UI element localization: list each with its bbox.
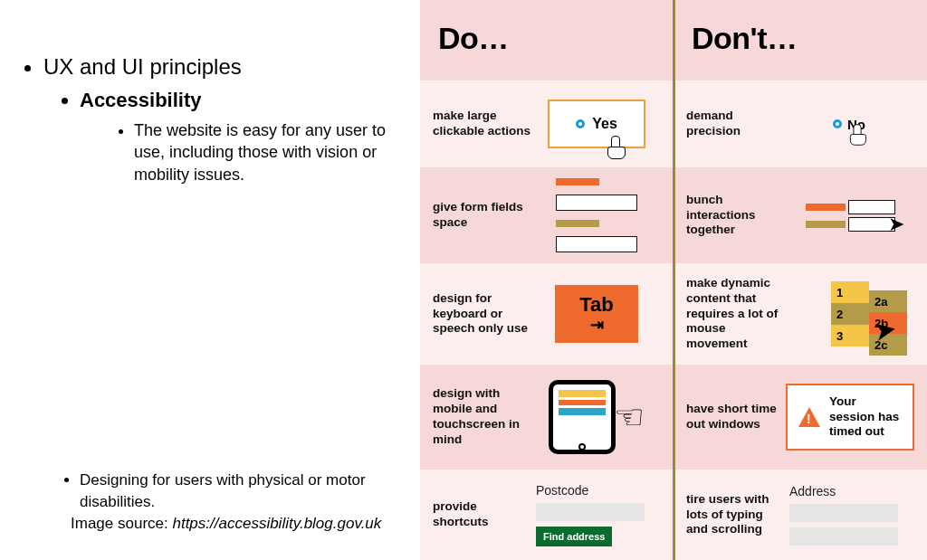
text-input-icon [789, 527, 898, 546]
do-label-3: design for keyboard or speech only use [433, 291, 532, 337]
do-title: Do… [438, 21, 509, 56]
timeout-alert: Your session has timed out [786, 384, 914, 451]
dont-label-4: have short time out windows [686, 402, 786, 432]
caption-text: Designing for users with physical or mot… [80, 470, 411, 513]
radio-icon [833, 119, 842, 128]
do-label-5: provide shortcuts [433, 499, 532, 530]
menu-item: 1 [831, 281, 869, 303]
menu-item: 2 [831, 303, 869, 325]
dont-label-1: demand precision [686, 109, 786, 139]
cursor-arrow-icon: ➤ [888, 213, 904, 236]
caption-block: Designing for users with physical or mot… [27, 470, 411, 542]
do-label-2: give form fields space [433, 200, 532, 231]
input-box-icon [556, 236, 637, 252]
header-dont: Don't… [674, 0, 927, 81]
postcode-label: Postcode [536, 483, 645, 498]
pointing-hand-icon: ☞ [614, 397, 645, 437]
header-do: Do… [420, 0, 674, 81]
image-source: Image source: https://accessibility.blog… [71, 515, 411, 533]
postcode-shortcut-example: Postcode Find address [536, 483, 645, 546]
dont-label-2: bunch interactions together [686, 193, 786, 239]
nested-menu-example: 1 2 3 2a 2b 2c ➤ [831, 281, 869, 346]
cursor-hand-icon [848, 124, 866, 145]
cursor-hand-icon [606, 136, 626, 159]
heading-lvl2: Accessibility [80, 89, 411, 112]
column-divider [673, 0, 675, 560]
body-lvl3: The website is easy for any user to use,… [134, 119, 411, 185]
tablet-icon [549, 380, 616, 454]
do-label-4: design with mobile and touchscreen in mi… [433, 386, 532, 448]
poster: Do… Don't… make large clickable actions … [420, 0, 927, 560]
large-button-example: Yes [548, 100, 645, 148]
small-radio-example: No [833, 101, 867, 147]
field-label-icon [806, 221, 846, 228]
warning-icon [798, 407, 820, 427]
tab-key-icon: Tab ⇥ [555, 285, 638, 343]
text-input-icon [789, 504, 898, 522]
dont-title: Don't… [692, 21, 798, 56]
address-label: Address [789, 484, 898, 498]
dont-label-3: make dynamic content that requires a lot… [686, 276, 786, 352]
timeout-text: Your session has timed out [829, 394, 902, 441]
radio-icon [576, 119, 585, 128]
yes-text: Yes [592, 116, 617, 132]
menu-item: 3 [831, 325, 869, 346]
tab-text: Tab [579, 295, 613, 315]
heading-lvl1: UX and UI principles [43, 54, 411, 80]
field-label-icon [556, 178, 599, 185]
submenu-item: 2a [869, 290, 907, 312]
bunched-form-example: ➤ [806, 200, 895, 232]
text-input-icon [536, 503, 645, 521]
tab-arrow-icon: ⇥ [590, 317, 604, 333]
field-label-icon [806, 204, 846, 211]
field-label-icon [556, 220, 599, 227]
spaced-form-example [556, 178, 637, 252]
do-label-1: make large clickable actions [433, 109, 532, 139]
address-typing-example: Address [789, 484, 898, 546]
text-panel: UX and UI principles Accessibility The w… [0, 0, 420, 560]
find-address-button: Find address [536, 527, 612, 546]
input-box-icon [556, 195, 637, 211]
bullet-list: UX and UI principles Accessibility The w… [27, 54, 411, 185]
dont-label-5: tire users with lots of typing and scrol… [686, 492, 786, 538]
